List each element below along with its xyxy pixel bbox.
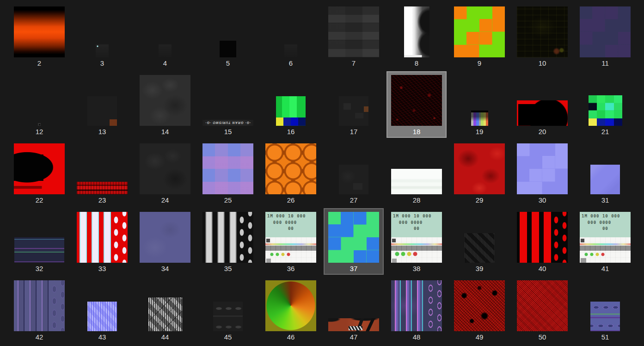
texture-thumbnail[interactable] [454, 143, 505, 194]
texture-thumbnail[interactable] [140, 75, 190, 126]
texture-number-label: 25 [224, 194, 232, 205]
grid-cell: 30 [511, 138, 574, 206]
item-box: 28 [386, 165, 447, 206]
texture-thumbnail[interactable] [328, 318, 379, 331]
item-box: 14 [135, 71, 195, 138]
texture-thumbnail[interactable] [276, 96, 306, 126]
texture-number-label: 45 [224, 331, 232, 342]
texture-thumbnail[interactable] [391, 75, 442, 126]
texture-thumbnail[interactable] [140, 212, 190, 263]
texture-thumbnail[interactable] [220, 41, 236, 57]
item-box: 1M 000 10 000 000 0000 0038 [386, 208, 447, 275]
texture-thumbnail[interactable] [339, 165, 368, 194]
item-box: 23 [72, 178, 132, 206]
item-box: 33 [72, 208, 132, 275]
texture-thumbnail[interactable] [339, 96, 368, 126]
texture-thumbnail[interactable] [265, 143, 316, 194]
texture-thumbnail[interactable] [14, 6, 65, 57]
texture-thumbnail[interactable] [77, 212, 128, 263]
texture-thumbnail[interactable] [14, 280, 65, 331]
texture-thumbnail[interactable]: 1M 000 10 000 000 0000 00 [391, 212, 442, 263]
texture-thumbnail[interactable] [517, 280, 568, 331]
texture-number-label: 46 [287, 331, 295, 342]
texture-number-label: 7 [352, 57, 356, 68]
texture-thumbnail[interactable]: 1M 000 10 000 000 0000 00 [265, 212, 316, 263]
texture-number-label: 20 [539, 126, 546, 137]
texture-number-label: 30 [539, 194, 546, 205]
texture-number-label: 18 [413, 126, 421, 137]
texture-number-label: 50 [539, 331, 546, 342]
texture-thumbnail[interactable] [77, 182, 128, 194]
grid-cell: 13 [71, 69, 134, 138]
texture-thumbnail[interactable] [87, 96, 117, 126]
texture-number-label: 17 [350, 126, 358, 137]
texture-thumbnail[interactable] [14, 237, 64, 263]
texture-thumbnail[interactable] [391, 280, 442, 331]
texture-number-label: 14 [161, 126, 169, 137]
texture-thumbnail[interactable] [454, 280, 505, 331]
item-box: ·G· GRAN TURISMO ·G·15 [198, 116, 258, 138]
grid-cell: 46 [259, 275, 322, 343]
texture-thumbnail[interactable] [148, 297, 182, 331]
grid-cell: 8 [385, 1, 448, 69]
grid-cell: 22 [8, 138, 71, 206]
thumbnail-overlay-text: 1M 000 10 000 000 0000 00 [393, 213, 441, 232]
texture-thumbnail[interactable] [202, 143, 253, 194]
grid-cell: 49 [448, 275, 511, 343]
item-box: 6 [280, 41, 302, 69]
texture-thumbnail[interactable] [589, 95, 622, 126]
texture-thumbnail[interactable]: ·G· GRAN TURISMO ·G· [202, 120, 253, 126]
grid-cell: 7 [322, 1, 385, 69]
texture-thumbnail[interactable] [328, 6, 379, 57]
texture-thumbnail[interactable] [590, 165, 620, 194]
texture-thumbnail[interactable] [96, 44, 109, 57]
texture-thumbnail[interactable] [14, 143, 65, 194]
texture-number-label: 47 [350, 331, 358, 342]
grid-cell: 16 [259, 69, 322, 138]
texture-number-label: 40 [539, 263, 546, 274]
texture-thumbnail[interactable] [471, 111, 488, 126]
grid-cell: 45 [196, 275, 259, 343]
grid-cell: 5 [196, 1, 259, 69]
item-box: 45 [209, 298, 247, 343]
item-box: 34 [135, 208, 195, 275]
texture-thumbnail[interactable] [328, 212, 379, 263]
grid-cell: 47 [322, 275, 385, 343]
thumbnail-overlay-text: ·G· GRAN TURISMO ·G· [202, 120, 253, 126]
grid-cell: 11 [574, 1, 637, 69]
texture-thumbnail[interactable]: 1M 000 10 000 000 0000 00 [580, 212, 631, 263]
texture-thumbnail[interactable] [202, 212, 253, 263]
texture-grid: 234567891011121314·G· GRAN TURISMO ·G·15… [0, 0, 644, 343]
texture-thumbnail[interactable] [454, 6, 505, 57]
texture-thumbnail[interactable] [265, 280, 316, 331]
texture-number-label: 2 [37, 57, 41, 68]
texture-thumbnail[interactable] [517, 212, 568, 263]
thumbnail-overlay-text: 1M 000 10 000 000 0000 00 [267, 213, 315, 232]
item-box: 25 [198, 140, 258, 206]
item-box: 30 [512, 140, 572, 206]
texture-thumbnail[interactable] [38, 123, 41, 126]
texture-thumbnail[interactable] [284, 44, 297, 57]
texture-thumbnail[interactable] [213, 302, 243, 331]
item-box: 20 [512, 97, 572, 138]
texture-thumbnail[interactable] [140, 143, 190, 194]
item-box: 31 [586, 161, 625, 206]
texture-thumbnail[interactable] [159, 44, 172, 57]
texture-thumbnail[interactable] [391, 169, 442, 194]
texture-thumbnail[interactable] [590, 302, 620, 331]
item-box: 8 [399, 3, 434, 69]
texture-thumbnail[interactable] [517, 6, 568, 57]
texture-thumbnail[interactable] [87, 302, 117, 331]
texture-number-label: 10 [539, 57, 546, 68]
texture-number-label: 16 [287, 126, 295, 137]
texture-number-label: 31 [601, 194, 609, 205]
grid-cell: 12 [8, 69, 71, 138]
texture-number-label: 38 [413, 263, 421, 274]
texture-thumbnail[interactable] [580, 6, 631, 57]
texture-number-label: 4 [163, 57, 167, 68]
texture-number-label: 11 [601, 57, 609, 68]
texture-thumbnail[interactable] [404, 6, 429, 57]
texture-thumbnail[interactable] [517, 143, 568, 194]
texture-thumbnail[interactable] [517, 100, 568, 126]
texture-thumbnail[interactable] [465, 233, 494, 263]
